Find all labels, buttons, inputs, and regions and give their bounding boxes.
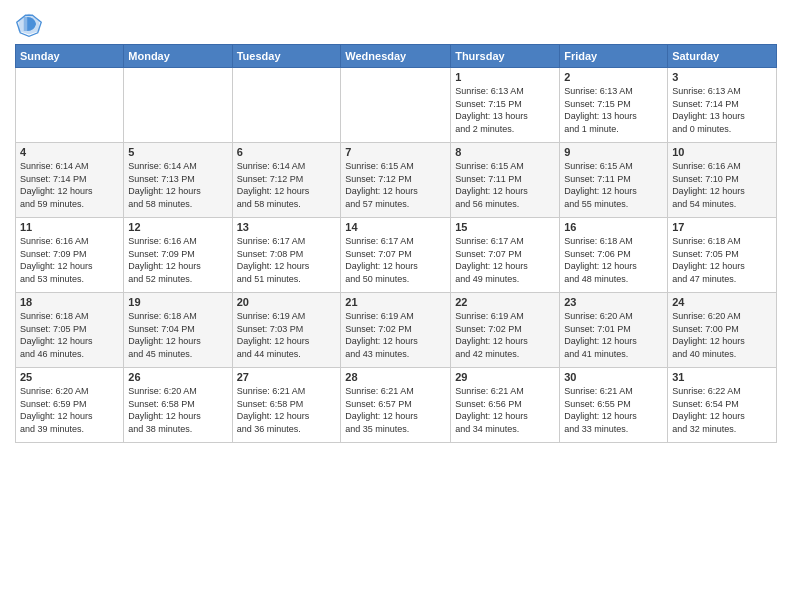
cell-content: 30Sunrise: 6:21 AM Sunset: 6:55 PM Dayli… xyxy=(564,371,663,439)
cell-content: 28Sunrise: 6:21 AM Sunset: 6:57 PM Dayli… xyxy=(345,371,446,439)
cell-content: 11Sunrise: 6:16 AM Sunset: 7:09 PM Dayli… xyxy=(20,221,119,289)
cell-content: 23Sunrise: 6:20 AM Sunset: 7:01 PM Dayli… xyxy=(564,296,663,364)
calendar-cell: 11Sunrise: 6:16 AM Sunset: 7:09 PM Dayli… xyxy=(16,218,124,293)
calendar-cell: 5Sunrise: 6:14 AM Sunset: 7:13 PM Daylig… xyxy=(124,143,232,218)
cell-content: 9Sunrise: 6:15 AM Sunset: 7:11 PM Daylig… xyxy=(564,146,663,214)
calendar-cell: 24Sunrise: 6:20 AM Sunset: 7:00 PM Dayli… xyxy=(668,293,777,368)
header-cell-monday: Monday xyxy=(124,45,232,68)
day-number: 8 xyxy=(455,146,555,158)
cell-content: 21Sunrise: 6:19 AM Sunset: 7:02 PM Dayli… xyxy=(345,296,446,364)
cell-info: Sunrise: 6:20 AM Sunset: 6:59 PM Dayligh… xyxy=(20,385,119,435)
cell-info: Sunrise: 6:15 AM Sunset: 7:12 PM Dayligh… xyxy=(345,160,446,210)
cell-info: Sunrise: 6:18 AM Sunset: 7:06 PM Dayligh… xyxy=(564,235,663,285)
day-number: 12 xyxy=(128,221,227,233)
cell-info: Sunrise: 6:19 AM Sunset: 7:02 PM Dayligh… xyxy=(345,310,446,360)
cell-info: Sunrise: 6:17 AM Sunset: 7:07 PM Dayligh… xyxy=(455,235,555,285)
calendar-row: 18Sunrise: 6:18 AM Sunset: 7:05 PM Dayli… xyxy=(16,293,777,368)
day-number: 1 xyxy=(455,71,555,83)
day-number: 11 xyxy=(20,221,119,233)
day-number: 18 xyxy=(20,296,119,308)
day-number: 24 xyxy=(672,296,772,308)
day-number: 21 xyxy=(345,296,446,308)
day-number: 5 xyxy=(128,146,227,158)
calendar-table: SundayMondayTuesdayWednesdayThursdayFrid… xyxy=(15,44,777,443)
cell-content: 26Sunrise: 6:20 AM Sunset: 6:58 PM Dayli… xyxy=(128,371,227,439)
calendar-cell: 8Sunrise: 6:15 AM Sunset: 7:11 PM Daylig… xyxy=(451,143,560,218)
calendar-cell: 27Sunrise: 6:21 AM Sunset: 6:58 PM Dayli… xyxy=(232,368,341,443)
calendar-cell: 2Sunrise: 6:13 AM Sunset: 7:15 PM Daylig… xyxy=(560,68,668,143)
day-number: 4 xyxy=(20,146,119,158)
cell-info: Sunrise: 6:17 AM Sunset: 7:08 PM Dayligh… xyxy=(237,235,337,285)
cell-info: Sunrise: 6:17 AM Sunset: 7:07 PM Dayligh… xyxy=(345,235,446,285)
calendar-cell: 3Sunrise: 6:13 AM Sunset: 7:14 PM Daylig… xyxy=(668,68,777,143)
cell-content: 27Sunrise: 6:21 AM Sunset: 6:58 PM Dayli… xyxy=(237,371,337,439)
calendar-cell: 15Sunrise: 6:17 AM Sunset: 7:07 PM Dayli… xyxy=(451,218,560,293)
cell-info: Sunrise: 6:19 AM Sunset: 7:03 PM Dayligh… xyxy=(237,310,337,360)
header-cell-thursday: Thursday xyxy=(451,45,560,68)
day-number: 10 xyxy=(672,146,772,158)
day-number: 9 xyxy=(564,146,663,158)
cell-content: 24Sunrise: 6:20 AM Sunset: 7:00 PM Dayli… xyxy=(672,296,772,364)
header-cell-tuesday: Tuesday xyxy=(232,45,341,68)
cell-info: Sunrise: 6:21 AM Sunset: 6:56 PM Dayligh… xyxy=(455,385,555,435)
cell-content: 16Sunrise: 6:18 AM Sunset: 7:06 PM Dayli… xyxy=(564,221,663,289)
calendar-cell: 21Sunrise: 6:19 AM Sunset: 7:02 PM Dayli… xyxy=(341,293,451,368)
day-number: 27 xyxy=(237,371,337,383)
header-row: SundayMondayTuesdayWednesdayThursdayFrid… xyxy=(16,45,777,68)
cell-info: Sunrise: 6:21 AM Sunset: 6:58 PM Dayligh… xyxy=(237,385,337,435)
cell-content: 15Sunrise: 6:17 AM Sunset: 7:07 PM Dayli… xyxy=(455,221,555,289)
calendar-cell: 30Sunrise: 6:21 AM Sunset: 6:55 PM Dayli… xyxy=(560,368,668,443)
cell-content: 6Sunrise: 6:14 AM Sunset: 7:12 PM Daylig… xyxy=(237,146,337,214)
cell-content xyxy=(128,71,227,139)
calendar-cell: 23Sunrise: 6:20 AM Sunset: 7:01 PM Dayli… xyxy=(560,293,668,368)
day-number: 6 xyxy=(237,146,337,158)
day-number: 14 xyxy=(345,221,446,233)
header-cell-sunday: Sunday xyxy=(16,45,124,68)
cell-content: 17Sunrise: 6:18 AM Sunset: 7:05 PM Dayli… xyxy=(672,221,772,289)
cell-info: Sunrise: 6:21 AM Sunset: 6:57 PM Dayligh… xyxy=(345,385,446,435)
cell-info: Sunrise: 6:20 AM Sunset: 7:01 PM Dayligh… xyxy=(564,310,663,360)
day-number: 31 xyxy=(672,371,772,383)
cell-info: Sunrise: 6:14 AM Sunset: 7:12 PM Dayligh… xyxy=(237,160,337,210)
cell-content xyxy=(20,71,119,139)
calendar-cell: 9Sunrise: 6:15 AM Sunset: 7:11 PM Daylig… xyxy=(560,143,668,218)
cell-content: 7Sunrise: 6:15 AM Sunset: 7:12 PM Daylig… xyxy=(345,146,446,214)
cell-info: Sunrise: 6:13 AM Sunset: 7:15 PM Dayligh… xyxy=(455,85,555,135)
calendar-row: 11Sunrise: 6:16 AM Sunset: 7:09 PM Dayli… xyxy=(16,218,777,293)
calendar-cell: 13Sunrise: 6:17 AM Sunset: 7:08 PM Dayli… xyxy=(232,218,341,293)
calendar-cell: 1Sunrise: 6:13 AM Sunset: 7:15 PM Daylig… xyxy=(451,68,560,143)
cell-content: 29Sunrise: 6:21 AM Sunset: 6:56 PM Dayli… xyxy=(455,371,555,439)
logo xyxy=(15,10,47,38)
calendar-cell: 20Sunrise: 6:19 AM Sunset: 7:03 PM Dayli… xyxy=(232,293,341,368)
cell-content: 1Sunrise: 6:13 AM Sunset: 7:15 PM Daylig… xyxy=(455,71,555,139)
cell-info: Sunrise: 6:18 AM Sunset: 7:04 PM Dayligh… xyxy=(128,310,227,360)
cell-content: 18Sunrise: 6:18 AM Sunset: 7:05 PM Dayli… xyxy=(20,296,119,364)
cell-info: Sunrise: 6:18 AM Sunset: 7:05 PM Dayligh… xyxy=(20,310,119,360)
calendar-cell xyxy=(341,68,451,143)
cell-info: Sunrise: 6:14 AM Sunset: 7:14 PM Dayligh… xyxy=(20,160,119,210)
calendar-cell: 16Sunrise: 6:18 AM Sunset: 7:06 PM Dayli… xyxy=(560,218,668,293)
day-number: 2 xyxy=(564,71,663,83)
cell-content: 8Sunrise: 6:15 AM Sunset: 7:11 PM Daylig… xyxy=(455,146,555,214)
cell-content: 5Sunrise: 6:14 AM Sunset: 7:13 PM Daylig… xyxy=(128,146,227,214)
day-number: 3 xyxy=(672,71,772,83)
cell-info: Sunrise: 6:18 AM Sunset: 7:05 PM Dayligh… xyxy=(672,235,772,285)
calendar-cell: 6Sunrise: 6:14 AM Sunset: 7:12 PM Daylig… xyxy=(232,143,341,218)
calendar-cell: 18Sunrise: 6:18 AM Sunset: 7:05 PM Dayli… xyxy=(16,293,124,368)
day-number: 16 xyxy=(564,221,663,233)
calendar-cell xyxy=(16,68,124,143)
calendar-row: 1Sunrise: 6:13 AM Sunset: 7:15 PM Daylig… xyxy=(16,68,777,143)
cell-content: 25Sunrise: 6:20 AM Sunset: 6:59 PM Dayli… xyxy=(20,371,119,439)
cell-content xyxy=(237,71,337,139)
cell-content: 20Sunrise: 6:19 AM Sunset: 7:03 PM Dayli… xyxy=(237,296,337,364)
calendar-cell xyxy=(232,68,341,143)
calendar-cell: 14Sunrise: 6:17 AM Sunset: 7:07 PM Dayli… xyxy=(341,218,451,293)
calendar-cell xyxy=(124,68,232,143)
cell-info: Sunrise: 6:15 AM Sunset: 7:11 PM Dayligh… xyxy=(455,160,555,210)
header-cell-wednesday: Wednesday xyxy=(341,45,451,68)
cell-info: Sunrise: 6:13 AM Sunset: 7:15 PM Dayligh… xyxy=(564,85,663,135)
calendar-cell: 19Sunrise: 6:18 AM Sunset: 7:04 PM Dayli… xyxy=(124,293,232,368)
cell-info: Sunrise: 6:21 AM Sunset: 6:55 PM Dayligh… xyxy=(564,385,663,435)
day-number: 28 xyxy=(345,371,446,383)
calendar-cell: 29Sunrise: 6:21 AM Sunset: 6:56 PM Dayli… xyxy=(451,368,560,443)
